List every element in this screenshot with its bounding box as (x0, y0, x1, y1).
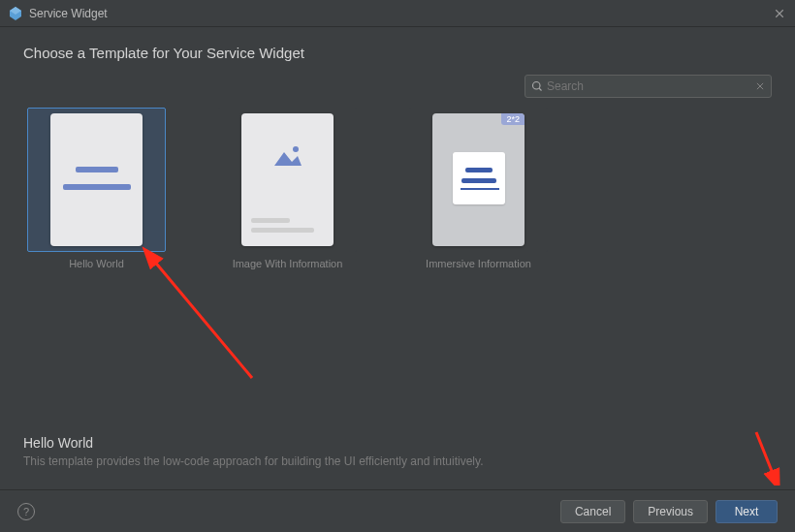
close-icon[interactable] (772, 6, 787, 21)
template-hello-world[interactable]: Hello World (27, 108, 166, 269)
next-button[interactable]: Next (716, 500, 778, 523)
svg-point-0 (533, 82, 541, 90)
template-thumbnail (218, 108, 357, 252)
template-label: Immersive Information (426, 258, 531, 269)
svg-point-1 (293, 146, 299, 152)
search-icon (531, 80, 543, 92)
previous-button[interactable]: Previous (633, 500, 708, 523)
template-grid: Hello World Image With Information 2*2 (23, 108, 772, 269)
template-description: Hello World This template provides the l… (23, 435, 772, 468)
cancel-button[interactable]: Cancel (560, 500, 625, 523)
window-title: Service Widget (29, 7, 108, 20)
image-placeholder-icon (272, 144, 303, 168)
template-thumbnail: 2*2 (409, 108, 548, 252)
template-label: Image With Information (233, 258, 343, 269)
app-icon (8, 6, 23, 21)
template-immersive-information[interactable]: 2*2 Immersive Information (409, 108, 548, 269)
titlebar: Service Widget (0, 0, 795, 27)
description-text: This template provides the low-code appr… (23, 454, 772, 468)
template-thumbnail (27, 108, 166, 252)
clear-search-icon[interactable] (755, 81, 765, 91)
page-title: Choose a Template for Your Service Widge… (23, 45, 772, 61)
template-label: Hello World (69, 258, 124, 269)
search-input[interactable] (525, 75, 772, 98)
footer: ? Cancel Previous Next (0, 489, 795, 532)
svg-line-2 (153, 260, 252, 378)
template-image-with-information[interactable]: Image With Information (218, 108, 357, 269)
help-icon[interactable]: ? (17, 503, 35, 520)
description-title: Hello World (23, 435, 772, 451)
search-field[interactable] (547, 79, 755, 93)
size-badge: 2*2 (501, 113, 525, 125)
